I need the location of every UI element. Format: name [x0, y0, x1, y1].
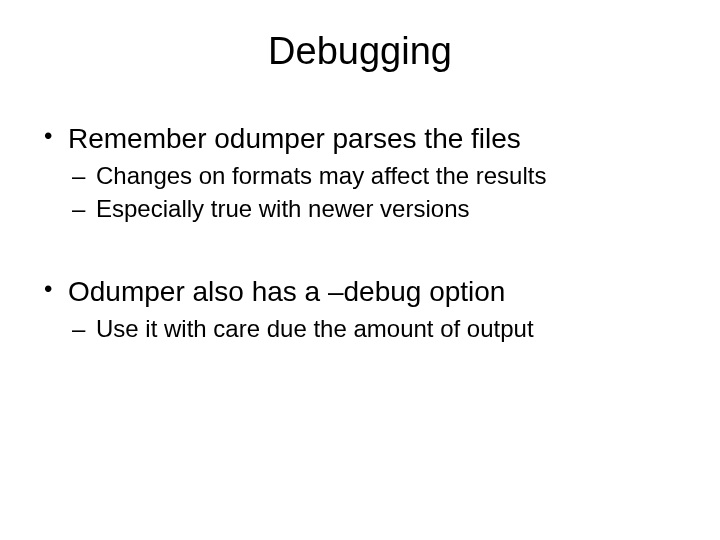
bullet-item-1: Remember odumper parses the files	[40, 121, 680, 156]
slide: Debugging Remember odumper parses the fi…	[0, 0, 720, 540]
spacer	[40, 226, 680, 274]
sub-bullet-item: Use it with care due the amount of outpu…	[40, 313, 680, 344]
bullet-list: Remember odumper parses the files Change…	[40, 121, 680, 345]
sub-bullet-item: Especially true with newer versions	[40, 193, 680, 224]
sub-bullet-item: Changes on formats may affect the result…	[40, 160, 680, 191]
bullet-item-2: Odumper also has a –debug option	[40, 274, 680, 309]
slide-title: Debugging	[40, 30, 680, 73]
